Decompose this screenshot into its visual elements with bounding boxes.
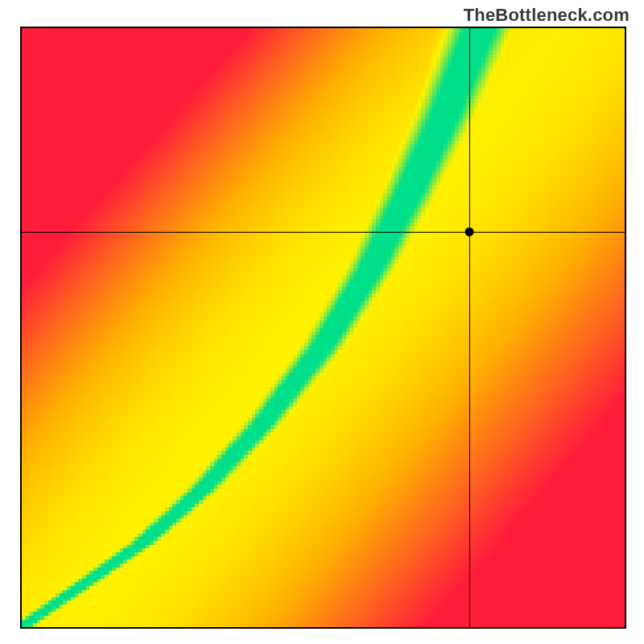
chart-container: TheBottleneck.com [0, 0, 644, 644]
crosshair-vertical [469, 28, 470, 627]
data-point-marker [464, 227, 473, 236]
plot-area [20, 27, 626, 629]
crosshair-horizontal [22, 232, 625, 233]
heatmap-canvas [22, 28, 625, 627]
watermark-text: TheBottleneck.com [464, 5, 630, 26]
